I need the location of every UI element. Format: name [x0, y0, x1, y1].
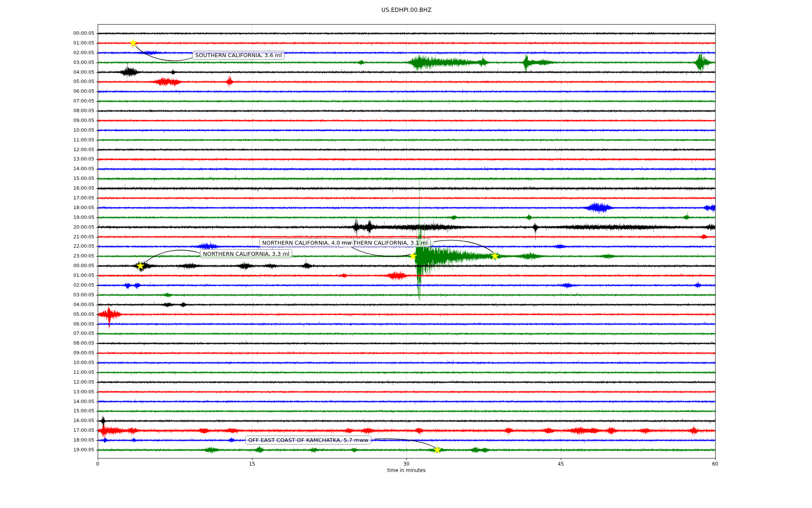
y-tick-label: 01:00:05 — [0, 40, 94, 46]
y-tick-label: 12:00:05 — [0, 147, 94, 153]
y-tick-label: 14:00:05 — [0, 399, 94, 405]
figure-title: US.EDHPI.00.BHZ — [98, 6, 715, 13]
y-tick-label: 19:00:05 — [0, 215, 94, 221]
y-tick-label: 15:00:05 — [0, 408, 94, 414]
x-axis-title: time in minutes — [98, 467, 715, 473]
y-tick-label: 13:00:05 — [0, 389, 94, 395]
y-tick-label: 07:00:05 — [0, 331, 94, 337]
y-tick-label: 04:00:05 — [0, 302, 94, 308]
y-tick-label: 10:00:05 — [0, 360, 94, 366]
y-tick-label: 02:00:05 — [0, 282, 94, 288]
y-tick-label: 03:00:05 — [0, 60, 94, 66]
y-tick-label: 18:00:05 — [0, 205, 94, 211]
y-tick-label: 14:00:05 — [0, 166, 94, 172]
y-tick-label: 00:00:05 — [0, 30, 94, 36]
y-tick-label: 11:00:05 — [0, 137, 94, 143]
y-tick-label: 10:00:05 — [0, 127, 94, 133]
y-tick-label: 06:00:05 — [0, 88, 94, 94]
y-tick-label: 05:00:05 — [0, 312, 94, 318]
x-tick-label: 30 — [403, 461, 410, 467]
x-tick-label: 60 — [712, 461, 719, 467]
x-tick-label: 45 — [558, 461, 564, 467]
y-tick-label: 08:00:05 — [0, 108, 94, 114]
y-tick-label: 13:00:05 — [0, 156, 94, 162]
y-tick-label: 00:00:05 — [0, 263, 94, 269]
y-tick-label: 12:00:05 — [0, 379, 94, 385]
y-tick-label: 21:00:05 — [0, 234, 94, 240]
y-tick-label: 05:00:05 — [0, 79, 94, 85]
y-tick-label: 18:00:05 — [0, 437, 94, 443]
event-annotation-box: SOUTHERN CALIFORNIA, 3.6 ml — [192, 51, 285, 60]
x-tick-label: 15 — [249, 461, 255, 467]
y-tick-label: 02:00:05 — [0, 50, 94, 56]
y-tick-label: 15:00:05 — [0, 176, 94, 182]
event-annotation-box: NORTHERN CALIFORNIA, 4.0 mw — [259, 238, 354, 247]
y-tick-label: 11:00:05 — [0, 370, 94, 375]
y-tick-label: 08:00:05 — [0, 340, 94, 346]
y-tick-label: 17:00:05 — [0, 428, 94, 433]
event-annotation-box: OFF EAST COAST OF KAMCHATKA, 5.7 mww — [245, 436, 371, 444]
y-tick-label: 23:00:05 — [0, 253, 94, 259]
y-tick-label: 04:00:05 — [0, 69, 94, 75]
y-tick-label: 03:00:05 — [0, 292, 94, 298]
y-tick-label: 19:00:05 — [0, 447, 94, 453]
y-tick-label: 07:00:05 — [0, 98, 94, 104]
y-tick-label: 20:00:05 — [0, 224, 94, 230]
y-tick-label: 09:00:05 — [0, 350, 94, 356]
y-tick-label: 01:00:05 — [0, 273, 94, 279]
y-tick-label: 09:00:05 — [0, 118, 94, 124]
seismogram-figure: US.EDHPI.00.BHZ 00:00:0501:00:0502:00:05… — [0, 0, 812, 508]
event-annotation-box: NORTHERN CALIFORNIA, 3.3 ml — [200, 249, 292, 258]
y-tick-label: 22:00:05 — [0, 243, 94, 249]
y-tick-label: 17:00:05 — [0, 195, 94, 201]
x-tick-label: 0 — [96, 461, 99, 467]
y-tick-label: 16:00:05 — [0, 185, 94, 191]
y-tick-label: 16:00:05 — [0, 418, 94, 424]
y-tick-label: 06:00:05 — [0, 321, 94, 327]
seismogram-traces-canvas — [0, 0, 812, 508]
